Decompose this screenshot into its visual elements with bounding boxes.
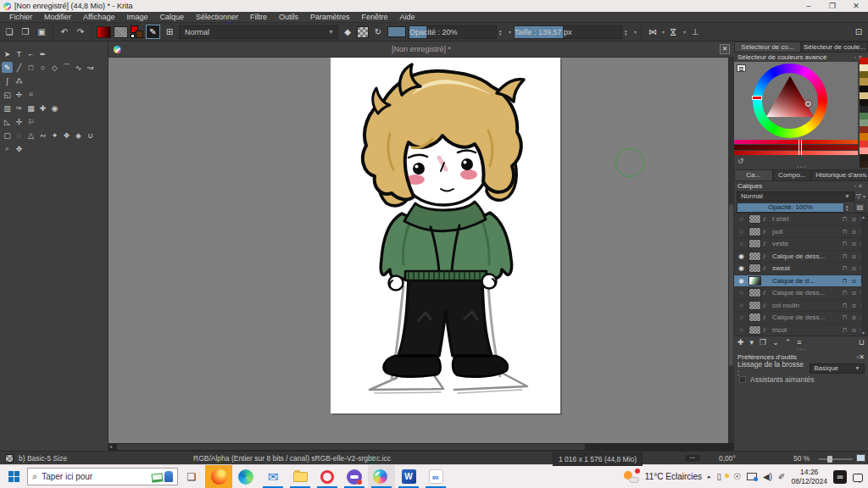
- bezier-curve-tool[interactable]: ∿: [73, 62, 84, 73]
- line-tool[interactable]: ╱: [14, 62, 25, 73]
- pan-tool[interactable]: ✥: [14, 143, 25, 154]
- contiguous-select-tool[interactable]: ✦: [49, 130, 60, 141]
- history-swatch-12[interactable]: [860, 133, 868, 140]
- snap-assistants-checkbox[interactable]: [739, 376, 746, 383]
- ellipse-select-tool[interactable]: ◌: [14, 130, 25, 141]
- edit-shapes-tool[interactable]: ⌐: [25, 48, 36, 59]
- canvas-horizontal-scrollbar[interactable]: ◂: [108, 443, 734, 451]
- layer-row[interactable]: ◉∂Calque de d...⊓α⊞: [734, 275, 868, 288]
- layer-visibility-icon[interactable]: ○: [736, 215, 747, 223]
- task-view-button[interactable]: ❏: [178, 465, 205, 488]
- layer-row[interactable]: ○∂pull⊓α⊞: [734, 226, 868, 239]
- pattern-tool[interactable]: ▦: [25, 103, 36, 114]
- layer-visibility-icon[interactable]: ○: [736, 228, 747, 236]
- menu-aide[interactable]: Aide: [394, 12, 421, 23]
- layer-visibility-icon[interactable]: ○: [736, 289, 747, 297]
- layer-row[interactable]: ◉∂Calque de dess...⊓α⊞: [734, 251, 868, 263]
- display-icon[interactable]: [747, 473, 757, 480]
- panel-float-close-icons[interactable]: ▫✕: [856, 353, 865, 361]
- layer-lock-icon[interactable]: ⊓: [840, 264, 849, 272]
- taskbar-edge[interactable]: [232, 465, 259, 488]
- layer-row[interactable]: ◉∂sweat⊓α⊞: [734, 263, 868, 275]
- reload-preset-icon[interactable]: ↻: [371, 25, 385, 39]
- layer-name[interactable]: tricot: [770, 326, 840, 334]
- pattern-chooser-button[interactable]: [114, 26, 128, 38]
- maximize-button[interactable]: ❐: [821, 0, 844, 12]
- layer-options-button[interactable]: ▤: [854, 202, 865, 213]
- taskbar-game-app[interactable]: [341, 465, 368, 488]
- layer-lock-icon[interactable]: ⊓: [840, 313, 849, 321]
- tab-color-selector[interactable]: Sélecteur de co...: [734, 42, 801, 53]
- multibrush-tool[interactable]: ⁂: [14, 75, 25, 86]
- history-swatch-9[interactable]: [860, 113, 868, 119]
- canvas-rotation-value[interactable]: 0,00°: [719, 452, 736, 465]
- freehand-select-tool[interactable]: ∾: [37, 130, 48, 141]
- layer-lock-icon[interactable]: ⊓: [840, 228, 849, 236]
- history-swatch-4[interactable]: [860, 78, 868, 85]
- layer-thumbnail[interactable]: [748, 276, 761, 286]
- gradient-tool[interactable]: ▥: [2, 103, 13, 114]
- taskbar-mail[interactable]: ✉: [259, 465, 287, 488]
- layer-visibility-icon[interactable]: ◉: [736, 252, 747, 260]
- layer-opacity-slider[interactable]: Opacité: 100%: [737, 202, 844, 213]
- menu-outils[interactable]: Outils: [273, 12, 304, 23]
- layer-thumbnail[interactable]: [748, 325, 761, 335]
- layer-lock-icon[interactable]: ⊓: [840, 302, 849, 309]
- brush-preset-name[interactable]: b) Basic-5 Size: [19, 452, 67, 465]
- similar-select-tool[interactable]: ❖: [61, 130, 72, 141]
- tab-ca[interactable]: Ca...: [734, 169, 773, 181]
- history-swatch-10[interactable]: [860, 119, 868, 126]
- add-layer-button[interactable]: ✚: [737, 338, 744, 347]
- layer-visibility-icon[interactable]: ○: [736, 313, 747, 321]
- layer-thumbnail[interactable]: [748, 227, 761, 236]
- reference-images-tool[interactable]: ⚐: [25, 116, 36, 127]
- freehand-path-tool[interactable]: ↝: [85, 62, 96, 73]
- layer-name[interactable]: col roulin: [770, 302, 840, 309]
- freehand-brush-tool[interactable]: ✎: [2, 62, 13, 73]
- chevron-down-icon[interactable]: ▾: [863, 193, 865, 199]
- layer-opacity-spinner[interactable]: ▴▾: [846, 204, 853, 211]
- layer-visibility-icon[interactable]: ○: [736, 302, 747, 309]
- layer-properties-button[interactable]: ≡: [797, 338, 801, 347]
- layer-name[interactable]: Calque de dess...: [770, 252, 840, 260]
- history-swatch-14[interactable]: [860, 147, 868, 154]
- history-swatch-3[interactable]: [860, 71, 868, 78]
- layer-thumbnail[interactable]: [748, 214, 761, 224]
- zoom-tool[interactable]: ⌕: [2, 143, 13, 154]
- hue-strip[interactable]: [734, 140, 858, 144]
- speaker-icon[interactable]: ◀): [763, 472, 772, 481]
- move-layer-down-button[interactable]: ⌄: [772, 338, 779, 347]
- layer-alpha-icon[interactable]: α: [849, 302, 859, 309]
- background-color[interactable]: [136, 30, 143, 38]
- layer-name[interactable]: t shirt: [770, 215, 840, 223]
- menu-calque[interactable]: Calque: [153, 12, 190, 23]
- new-document-icon[interactable]: ❏: [3, 25, 16, 39]
- menu-fenêtre[interactable]: Fenêtre: [356, 12, 394, 23]
- value-strip[interactable]: [734, 145, 858, 149]
- color-sampler-tool[interactable]: ✑: [14, 103, 25, 114]
- history-swatch-7[interactable]: [860, 99, 868, 106]
- layer-name[interactable]: sweat: [770, 264, 840, 272]
- layer-alpha-icon[interactable]: α: [849, 313, 859, 321]
- layer-thumbnail[interactable]: [748, 239, 761, 248]
- smoothing-dropdown[interactable]: Basique ▼: [810, 363, 865, 374]
- weather-icon[interactable]: [624, 470, 639, 483]
- polygon-tool[interactable]: ◇: [49, 62, 60, 73]
- history-swatch-16[interactable]: [860, 161, 868, 168]
- layer-thumbnail[interactable]: [748, 313, 761, 322]
- history-swatch-15[interactable]: [860, 154, 868, 161]
- dynamic-brush-tool[interactable]: ʃ: [2, 75, 13, 86]
- history-swatch-11[interactable]: [860, 126, 868, 133]
- weather-text[interactable]: 11°C Eclaircies: [645, 472, 702, 481]
- canvas-page[interactable]: [331, 58, 560, 413]
- menu-affichage[interactable]: Affichage: [77, 12, 120, 23]
- history-swatch-8[interactable]: [860, 106, 868, 113]
- layer-row[interactable]: ○∂tricot⊓α⊞: [734, 324, 868, 337]
- undo-icon[interactable]: ↶: [58, 25, 71, 39]
- gradient-chooser-button[interactable]: [97, 26, 111, 38]
- move-tool[interactable]: ✛: [14, 89, 25, 100]
- taskbar-firefox[interactable]: [205, 465, 232, 488]
- layer-visibility-icon[interactable]: ○: [736, 326, 747, 334]
- zoom-slider-handle[interactable]: [827, 456, 832, 463]
- default-colors-icon[interactable]: [131, 34, 135, 38]
